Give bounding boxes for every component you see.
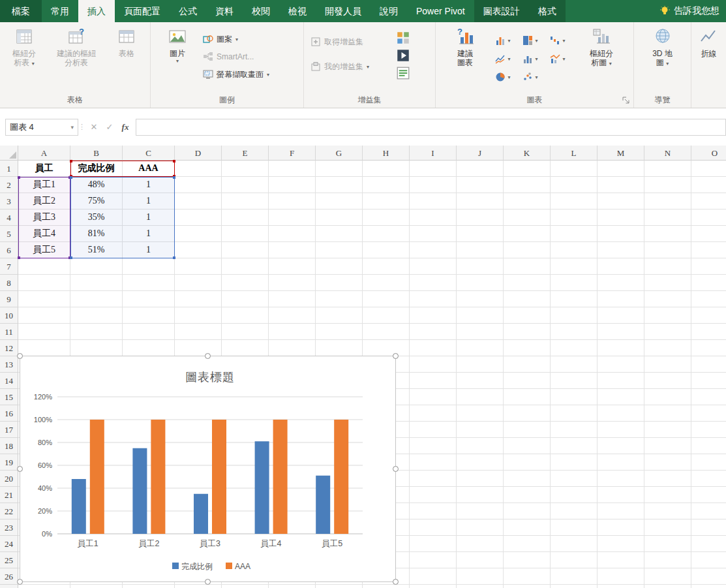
cell-M2[interactable] [597, 177, 644, 193]
cell-J7[interactable] [457, 258, 504, 275]
cell-L11[interactable] [551, 324, 597, 340]
column-header-I[interactable]: I [410, 146, 457, 161]
cell-O4[interactable] [691, 209, 726, 226]
column-header-G[interactable]: G [316, 146, 363, 161]
column-header-A[interactable]: A [18, 146, 70, 161]
cell-N18[interactable] [644, 438, 691, 454]
cell-O17[interactable] [691, 422, 726, 438]
row-header-2[interactable]: 2 [0, 177, 18, 193]
cell-J17[interactable] [457, 422, 504, 438]
name-box[interactable]: 圖表 4 ▾ [5, 119, 78, 136]
cell-M14[interactable] [597, 373, 644, 389]
tab-插入[interactable]: 插入 [78, 0, 115, 22]
cell-J23[interactable] [457, 519, 504, 536]
cell-B12[interactable] [70, 340, 123, 356]
cell-G6[interactable] [316, 242, 363, 258]
cell-M7[interactable] [597, 258, 644, 275]
cell-K2[interactable] [504, 177, 551, 193]
insert-statistic-chart-button[interactable]: ▾ [517, 50, 544, 68]
row-header-13[interactable]: 13 [0, 356, 18, 373]
cell-J5[interactable] [457, 226, 504, 242]
cell-M3[interactable] [597, 193, 644, 209]
cell-L2[interactable] [551, 177, 597, 193]
smartart-button[interactable]: SmartArt... [203, 50, 269, 63]
cell-K26[interactable] [504, 568, 551, 585]
cell-H12[interactable] [363, 340, 410, 356]
cell-N23[interactable] [644, 519, 691, 536]
cell-N4[interactable] [644, 209, 691, 226]
insert-pie-chart-button[interactable]: ▾ [489, 68, 517, 86]
cell-I18[interactable] [410, 438, 457, 454]
cell-C9[interactable] [123, 291, 175, 307]
column-header-C[interactable]: C [123, 146, 175, 161]
cell-M16[interactable] [597, 405, 644, 422]
cell-E1[interactable] [222, 161, 269, 177]
formula-input[interactable] [136, 119, 726, 136]
cell-C12[interactable] [123, 340, 175, 356]
row-header-26[interactable]: 26 [0, 568, 18, 585]
row-header-9[interactable]: 9 [0, 291, 18, 307]
row-header-16[interactable]: 16 [0, 405, 18, 422]
cell-N21[interactable] [644, 487, 691, 503]
chart-handle-top-right[interactable] [393, 353, 399, 359]
cell-N7[interactable] [644, 258, 691, 275]
cell-O9[interactable] [691, 291, 726, 307]
cell-J20[interactable] [457, 471, 504, 487]
cell-C5[interactable]: 1 [123, 226, 175, 242]
cell-M15[interactable] [597, 389, 644, 405]
cancel-icon[interactable]: ✕ [86, 122, 102, 132]
cell-N14[interactable] [644, 373, 691, 389]
cell-F12[interactable] [269, 340, 316, 356]
cell-L9[interactable] [551, 291, 597, 307]
cell-F1[interactable] [269, 161, 316, 177]
cell-E9[interactable] [222, 291, 269, 307]
table-button[interactable]: 表格 [108, 25, 145, 93]
cell-O24[interactable] [691, 536, 726, 552]
cell-C2[interactable]: 1 [123, 177, 175, 193]
tell-me[interactable]: 告訴我您想 [653, 0, 726, 22]
cell-N1[interactable] [644, 161, 691, 177]
select-all-corner[interactable] [0, 146, 18, 161]
cell-K18[interactable] [504, 438, 551, 454]
cell-N22[interactable] [644, 503, 691, 519]
cell-I27[interactable] [410, 585, 457, 588]
cell-J24[interactable] [457, 536, 504, 552]
cell-L21[interactable] [551, 487, 597, 503]
cell-L13[interactable] [551, 356, 597, 373]
cell-K13[interactable] [504, 356, 551, 373]
cell-A7[interactable] [18, 258, 70, 275]
cell-D8[interactable] [175, 275, 222, 291]
tab-校閱[interactable]: 校閱 [243, 0, 279, 22]
cell-B2[interactable]: 48% [70, 177, 123, 193]
tab-file[interactable]: 檔案 [0, 0, 42, 22]
cell-K22[interactable] [504, 503, 551, 519]
cell-I13[interactable] [410, 356, 457, 373]
cell-E4[interactable] [222, 209, 269, 226]
cell-L17[interactable] [551, 422, 597, 438]
cell-I25[interactable] [410, 552, 457, 568]
cell-A2[interactable]: 員工1 [18, 177, 70, 193]
cell-B3[interactable]: 75% [70, 193, 123, 209]
cell-L7[interactable] [551, 258, 597, 275]
cell-B9[interactable] [70, 291, 123, 307]
chart-handle-top-left[interactable] [17, 353, 23, 359]
cell-G7[interactable] [316, 258, 363, 275]
cell-O19[interactable] [691, 454, 726, 471]
cell-D1[interactable] [175, 161, 222, 177]
chart-handle-middle-right[interactable] [393, 466, 399, 472]
cell-G9[interactable] [316, 291, 363, 307]
cell-O2[interactable] [691, 177, 726, 193]
cell-N15[interactable] [644, 389, 691, 405]
cell-M4[interactable] [597, 209, 644, 226]
insert-column-chart-button[interactable]: ▾ [489, 31, 517, 50]
cell-G27[interactable] [316, 585, 363, 588]
cell-A5[interactable]: 員工4 [18, 226, 70, 242]
cell-K8[interactable] [504, 275, 551, 291]
tab-Power Pivot[interactable]: Power Pivot [407, 0, 474, 22]
column-header-D[interactable]: D [175, 146, 222, 161]
cell-H7[interactable] [363, 258, 410, 275]
row-header-6[interactable]: 6 [0, 242, 18, 258]
cell-M17[interactable] [597, 422, 644, 438]
cell-B4[interactable]: 35% [70, 209, 123, 226]
cell-A9[interactable] [18, 291, 70, 307]
